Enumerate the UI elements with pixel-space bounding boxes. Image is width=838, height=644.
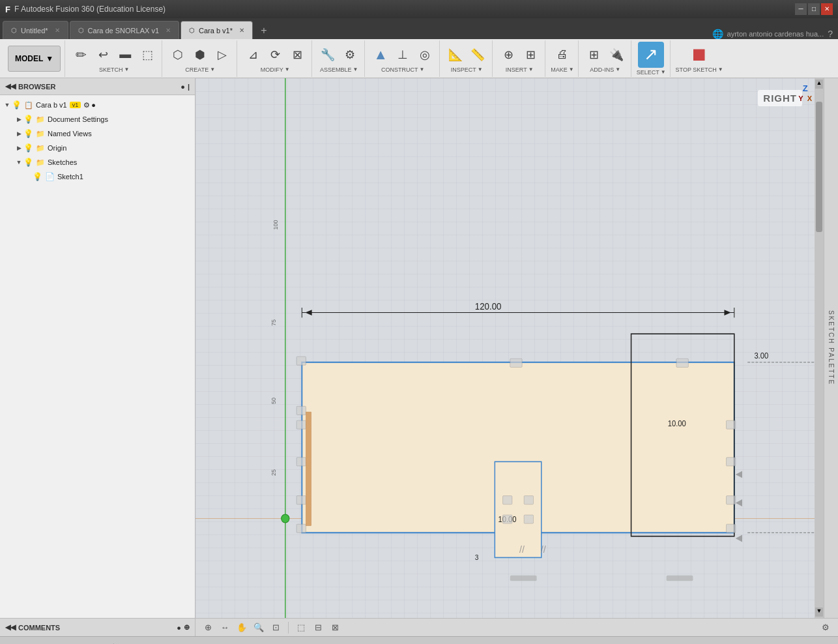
tool-display-mode-icon[interactable]: ⬚ xyxy=(294,621,308,635)
anim-capture-icon[interactable]: 📷 xyxy=(143,642,158,645)
minimize-button[interactable]: ─ xyxy=(795,3,807,15)
new-tab-button[interactable]: + xyxy=(255,22,272,39)
dim-width-label: 120.00 xyxy=(475,302,502,312)
tree-item-sketches[interactable]: ▼ 💡 📁 Sketches xyxy=(0,155,195,169)
sketch-pencil-icon[interactable]: ✏ xyxy=(70,44,91,65)
toolbar-addins-section: ⊞ 🔌 ADD-INS ▼ xyxy=(580,40,631,77)
main-area: ◀◀ BROWSER ● | ▼ 💡 📋 Cara b v1 v1 ⚙ ● xyxy=(0,78,838,618)
construct-label: CONSTRUCT xyxy=(381,66,418,73)
sketch-undo-icon[interactable]: ↩ xyxy=(93,44,113,65)
svg-marker-29 xyxy=(736,499,742,506)
tool-camera-icon[interactable]: ↔ xyxy=(218,621,232,635)
tree-item-origin[interactable]: ▶ 💡 📁 Origin xyxy=(0,141,195,155)
tree-label-namedviews: Named Views xyxy=(48,130,92,138)
tree-item-docsettings[interactable]: ▶ 💡 📁 Document Settings xyxy=(0,112,195,126)
browser-collapse-icon[interactable]: ◀◀ xyxy=(5,82,16,91)
dot-icon-root: ● xyxy=(91,101,96,109)
vscroll-thumb[interactable] xyxy=(816,102,822,232)
construct-axis-icon[interactable]: ⊥ xyxy=(392,44,413,65)
browser-settings-icon[interactable]: | xyxy=(188,83,190,91)
assemble-joint-icon[interactable]: 🔧 xyxy=(317,44,338,65)
tree-item-sketch1[interactable]: 💡 📄 Sketch1 xyxy=(0,169,195,184)
modify-fillet-icon[interactable]: ⟳ xyxy=(265,44,285,65)
modify-press-icon[interactable]: ⊿ xyxy=(242,44,263,65)
tool-grid-icon[interactable]: ⊠ xyxy=(328,621,342,635)
inspect-measure-icon[interactable]: 📐 xyxy=(445,44,466,65)
sketch-rect-icon[interactable]: ▬ xyxy=(115,44,136,65)
tab-cara-snorlax[interactable]: ⬡ Cara de SNORLAX v1 ✕ xyxy=(70,21,179,39)
status-bar: ⊕ ↔ ✋ 🔍 ⊡ ⬚ ⊟ ⊠ ⚙ xyxy=(195,618,838,636)
insert-arrow: ▼ xyxy=(528,66,534,72)
sketch-palette-label: SKETCH PALETTE xyxy=(828,310,835,385)
toolbar: MODEL ▼ ✏ ↩ ▬ ⬚ SKETCH ▼ ⬡ ⬢ ▷ CREATE ▼ … xyxy=(0,39,838,78)
comments-add-icon[interactable]: ⊕ xyxy=(184,623,190,632)
modify-chamfer-icon[interactable]: ⊠ xyxy=(287,44,308,65)
tab-close-cara-b[interactable]: ✕ xyxy=(239,27,244,34)
tool-fit-icon[interactable]: ⊡ xyxy=(268,621,283,635)
vertical-scrollbar[interactable]: ▲ ▼ xyxy=(815,78,824,618)
sketch-palette-panel[interactable]: SKETCH PALETTE xyxy=(824,78,838,618)
anim-stop-button[interactable]: ⏹ xyxy=(48,642,64,645)
tab-close-snorlax[interactable]: ✕ xyxy=(166,27,171,34)
create-sweep-icon[interactable]: ▷ xyxy=(212,44,233,65)
help-icon[interactable]: ? xyxy=(828,29,833,39)
tool-magnet-icon[interactable]: ⊕ xyxy=(201,621,215,635)
anim-prev-button[interactable]: ◀ xyxy=(27,642,43,645)
inspect-arrow: ▼ xyxy=(478,66,483,72)
stopsketch-icon[interactable]: ⏹ xyxy=(689,44,710,65)
expander-origin: ▶ xyxy=(14,145,23,151)
vscroll-down-button[interactable]: ▼ xyxy=(815,607,823,617)
addins-plugin-icon[interactable]: 🔌 xyxy=(606,44,627,65)
make-3dprint-icon[interactable]: 🖨 xyxy=(552,44,573,65)
tree-item-namedviews[interactable]: ▶ 💡 📁 Named Views xyxy=(0,126,195,141)
maximize-button[interactable]: □ xyxy=(808,3,820,15)
tool-pan-icon[interactable]: ✋ xyxy=(235,621,249,635)
tab-untitled[interactable]: ⬡ Untitled* ✕ xyxy=(3,21,68,39)
model-label: MODEL xyxy=(15,54,43,63)
construct-point-icon[interactable]: ◎ xyxy=(414,44,435,65)
anim-keyframe-icon[interactable]: 🎬 xyxy=(122,642,137,645)
gear-icon-root: ⚙ xyxy=(83,101,90,110)
construct-plane-icon[interactable]: ▲ xyxy=(370,44,391,65)
anim-play-button[interactable]: ▶ xyxy=(69,642,85,645)
toolbar-sketch-section: ✏ ↩ ▬ ⬚ SKETCH ▼ xyxy=(66,40,162,77)
comments-collapse-icon[interactable]: ◀◀ xyxy=(5,623,16,632)
insert-canvas-icon[interactable]: ⊕ xyxy=(498,44,519,65)
anim-next-button[interactable]: ▶▶ xyxy=(90,642,106,645)
sketch-canvas[interactable]: 120.00 40.00 3.00 10.00 10.00 3 xyxy=(195,78,838,618)
model-button[interactable]: MODEL ▼ xyxy=(8,46,61,72)
svg-rect-24 xyxy=(727,420,736,429)
tool-zoom-icon[interactable]: 🔍 xyxy=(252,621,266,635)
tool-effects-icon[interactable]: ⊟ xyxy=(311,621,325,635)
viewport[interactable]: 100 75 50 25 120.00 xyxy=(195,78,838,618)
bulb-icon-root: 💡 xyxy=(12,100,22,110)
svg-marker-28 xyxy=(736,471,742,478)
create-extrude-icon[interactable]: ⬡ xyxy=(167,44,188,65)
insert-decal-icon[interactable]: ⊞ xyxy=(520,44,541,65)
create-revolve-icon[interactable]: ⬢ xyxy=(190,44,210,65)
folder-icon-root: 📋 xyxy=(24,101,33,110)
anim-to-start-button[interactable]: ◀◀ xyxy=(7,642,22,645)
addins-scripts-icon[interactable]: ⊞ xyxy=(584,44,605,65)
assemble-component-icon[interactable]: ⚙ xyxy=(340,44,360,65)
vscroll-up-button[interactable]: ▲ xyxy=(815,80,823,89)
svg-rect-17 xyxy=(296,420,306,429)
svg-rect-22 xyxy=(296,357,306,365)
tree-item-root[interactable]: ▼ 💡 📋 Cara b v1 v1 ⚙ ● xyxy=(0,98,195,112)
svg-rect-36 xyxy=(524,515,533,523)
close-button[interactable]: ✕ xyxy=(821,3,833,15)
svg-rect-23 xyxy=(306,412,311,525)
expander-root: ▼ xyxy=(3,102,12,108)
sketch-grid-icon[interactable]: ⬚ xyxy=(137,44,158,65)
tab-label-snorlax: Cara de SNORLAX v1 xyxy=(88,27,159,35)
dim-10-v-label: 10.00 xyxy=(668,418,686,427)
toolbar-construct-section: ▲ ⊥ ◎ CONSTRUCT ▼ xyxy=(366,40,440,77)
settings-button[interactable]: ⚙ xyxy=(818,621,833,635)
bulb-icon-sketch1: 💡 xyxy=(33,172,42,181)
tab-close-untitled[interactable]: ✕ xyxy=(55,27,60,34)
select-icon[interactable]: ↗ xyxy=(638,42,664,68)
svg-marker-8 xyxy=(305,310,311,315)
tab-cara-b[interactable]: ⬡ Cara b v1* ✕ xyxy=(181,21,253,39)
model-dropdown-icon: ▼ xyxy=(46,54,53,63)
inspect-interference-icon[interactable]: 📏 xyxy=(467,44,488,65)
